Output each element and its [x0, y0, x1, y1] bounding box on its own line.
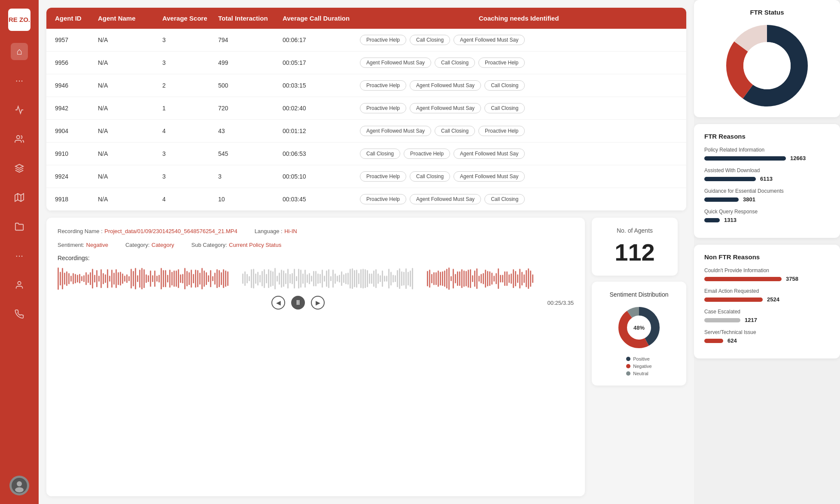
coaching-tag[interactable]: Call Closing — [435, 58, 475, 68]
waveform-bar — [146, 274, 147, 283]
table-row[interactable]: 9904 N/A 4 43 00:01:12 Agent Followed Mu… — [46, 120, 686, 143]
waveform-bar — [111, 270, 113, 287]
waveform-bar — [178, 269, 179, 288]
coaching-tag[interactable]: Proactive Help — [478, 58, 525, 68]
waveform-bar — [81, 276, 82, 281]
table-row[interactable]: 9910 N/A 3 545 00:06:53 Call ClosingProa… — [46, 143, 686, 165]
sidebar-item-user[interactable] — [11, 276, 28, 294]
sidebar-item-map[interactable] — [11, 189, 28, 206]
ftr-reason-label: Guidance for Essential Documents — [704, 188, 830, 194]
coaching-tag[interactable]: Proactive Help — [478, 126, 525, 136]
coaching-tag[interactable]: Proactive Help — [360, 35, 406, 45]
waveform-red — [58, 266, 228, 291]
waveform-bar — [197, 270, 198, 287]
waveform-bar — [500, 275, 501, 282]
waveform-bar — [470, 269, 471, 288]
agents-table: Agent ID Agent Name Average Score Total … — [46, 8, 686, 211]
waveform-bar — [113, 273, 115, 285]
coaching-tag[interactable]: Agent Followed Must Say — [410, 103, 481, 113]
waveform-bar — [311, 276, 312, 282]
recording-name-value[interactable]: Project_data/01/09/230142540_5648576254_… — [104, 228, 237, 234]
waveform-bar — [221, 272, 222, 285]
waveform-bar — [184, 268, 186, 289]
waveform-bar — [438, 270, 439, 287]
coaching-tag[interactable]: Agent Followed Must Say — [410, 80, 481, 91]
logo[interactable]: RE ZO. — [8, 9, 30, 31]
waveform-bar — [158, 275, 160, 283]
coaching-tag[interactable]: Agent Followed Must Say — [453, 35, 525, 45]
coaching-tag[interactable]: Proactive Help — [404, 149, 450, 159]
table-row[interactable]: 9956 N/A 3 499 00:05:17 Agent Followed M… — [46, 52, 686, 74]
agent-count-label: No. of Agents — [617, 227, 653, 234]
non-ftr-reason-bar-container: 3758 — [704, 276, 830, 282]
table-header: Agent ID Agent Name Average Score Total … — [46, 8, 686, 29]
non-ftr-reason-bar — [704, 339, 723, 343]
rewind-button[interactable]: ◀ — [271, 296, 285, 310]
coaching-tag[interactable]: Call Closing — [410, 171, 450, 182]
waveform-bar — [107, 269, 108, 288]
waveform-bar — [277, 276, 278, 282]
waveform-bar — [128, 276, 130, 282]
waveform-bar — [225, 270, 226, 287]
cell-avg-score: 3 — [162, 173, 218, 180]
waveform-bar — [515, 271, 516, 286]
waveform-bar — [393, 275, 394, 282]
cell-interactions: 545 — [218, 150, 283, 157]
cell-agent-name: N/A — [98, 128, 162, 134]
non-ftr-reason-value: 1217 — [745, 317, 757, 323]
ftr-reason-bar — [704, 218, 720, 222]
sidebar-item-layers[interactable] — [11, 160, 28, 177]
coaching-tag[interactable]: Agent Followed Must Say — [453, 149, 525, 159]
coaching-tag[interactable]: Proactive Help — [360, 171, 406, 182]
agent-count-panel: No. of Agents 112 — [592, 218, 678, 276]
waveform-bar — [171, 272, 173, 285]
recording-name-label: Recording Name : — [58, 228, 103, 234]
sidebar-item-more2[interactable]: ··· — [11, 247, 28, 264]
coaching-tag[interactable]: Proactive Help — [360, 103, 406, 113]
waveform-bar — [73, 273, 74, 284]
coaching-tag[interactable]: Call Closing — [435, 126, 475, 136]
waveform-bar — [96, 270, 97, 288]
sidebar-item-home[interactable]: ⌂ — [11, 43, 28, 60]
waveform-bar — [79, 274, 80, 283]
user-avatar[interactable] — [9, 476, 29, 495]
table-row[interactable]: 9918 N/A 4 10 00:03:45 Proactive HelpAge… — [46, 188, 686, 211]
waveform-bar — [68, 273, 70, 284]
coaching-tag[interactable]: Agent Followed Must Say — [453, 171, 525, 182]
waveform-bar — [380, 275, 381, 282]
coaching-tag[interactable]: Agent Followed Must Say — [360, 126, 431, 136]
coaching-tag[interactable]: Call Closing — [484, 103, 525, 113]
waveform-bar — [521, 272, 523, 285]
col-coaching-needs: Coaching needs Identified — [360, 15, 678, 22]
cell-agent-id: 9946 — [55, 82, 98, 89]
coaching-tag[interactable]: Call Closing — [484, 194, 525, 204]
recording-meta-bottom: Sentiment: Negative Category: Category S… — [58, 241, 574, 249]
coaching-tag[interactable]: Proactive Help — [360, 80, 406, 91]
waveform-bar — [401, 271, 402, 286]
sidebar-item-team[interactable] — [11, 131, 28, 148]
play-pause-button[interactable]: ⏸ — [291, 296, 305, 310]
waveform-bar — [208, 275, 209, 282]
waveform-bar — [281, 270, 282, 287]
coaching-tag[interactable]: Agent Followed Must Say — [410, 194, 481, 204]
table-row[interactable]: 9942 N/A 1 720 00:02:40 Proactive HelpAg… — [46, 97, 686, 120]
coaching-tag[interactable]: Call Closing — [410, 35, 450, 45]
cell-interactions: 3 — [218, 173, 283, 180]
sidebar-item-folder[interactable] — [11, 218, 28, 235]
sidebar-item-dots[interactable]: ··· — [11, 72, 28, 89]
table-row[interactable]: 9957 N/A 3 794 00:06:17 Proactive HelpCa… — [46, 29, 686, 52]
waveform-bar — [204, 270, 205, 287]
sidebar-item-activity[interactable] — [11, 101, 28, 118]
coaching-tag[interactable]: Call Closing — [484, 80, 525, 91]
forward-button[interactable]: ▶ — [311, 296, 325, 310]
sidebar-item-phone[interactable] — [11, 306, 28, 323]
table-row[interactable]: 9924 N/A 3 3 00:05:10 Proactive HelpCall… — [46, 165, 686, 188]
cell-interactions: 794 — [218, 36, 283, 43]
coaching-tag[interactable]: Call Closing — [360, 149, 400, 159]
coaching-tag[interactable]: Proactive Help — [360, 194, 406, 204]
waveform-bar — [274, 268, 276, 290]
table-row[interactable]: 9946 N/A 2 500 00:03:15 Proactive HelpAg… — [46, 74, 686, 97]
waveform-bar — [502, 275, 503, 282]
waveform-bar — [322, 270, 323, 288]
coaching-tag[interactable]: Agent Followed Must Say — [360, 58, 431, 68]
